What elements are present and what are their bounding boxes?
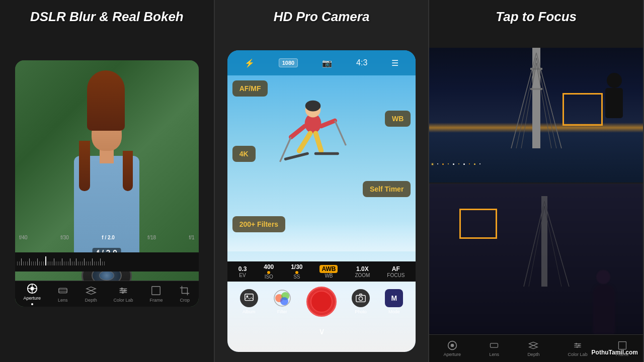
badge-filters: 200+ Filters	[232, 216, 285, 232]
badge-selftimer: Self Timer	[363, 181, 411, 197]
badge-afmf: AF/MF	[232, 80, 268, 97]
nav-colorlab[interactable]: Color Lab	[114, 285, 133, 303]
svg-point-32	[280, 297, 288, 305]
left-bottom-nav: Aperture Lens Depth	[15, 281, 199, 307]
right-bottom-background	[429, 184, 643, 334]
chevron-down-icon[interactable]: ∨	[318, 326, 325, 337]
nav-lens[interactable]: Lens	[57, 285, 68, 303]
svg-point-34	[359, 297, 362, 300]
svg-line-46	[544, 201, 569, 287]
right-bottom-nav: Aperture Lens Depth Color Lab	[429, 334, 643, 362]
svg-rect-15	[152, 287, 160, 295]
svg-line-25	[285, 153, 307, 159]
flash-button[interactable]: ⚡	[245, 58, 255, 68]
svg-line-45	[524, 201, 544, 287]
aspect-ratio[interactable]: 4:3	[356, 58, 367, 67]
album-icon	[240, 289, 258, 307]
right-top-image	[429, 48, 643, 184]
svg-rect-37	[530, 88, 542, 90]
badge-4k: 4K	[232, 146, 256, 162]
focus-box-bottom	[459, 209, 497, 239]
stat-zoom: 1.0X ZOOM	[355, 265, 370, 278]
nav-aperture[interactable]: Aperture	[23, 283, 41, 305]
nav-depth[interactable]: Depth	[85, 285, 97, 303]
camera-switch-button[interactable]: 📷	[322, 58, 332, 68]
camera-buttons-row: Album Filter	[227, 284, 416, 319]
badge-wb: WB	[385, 111, 411, 127]
svg-line-19	[291, 126, 304, 137]
svg-line-23	[299, 133, 310, 151]
right-nav-aperture[interactable]: Aperture	[443, 340, 461, 357]
center-panel: HD Pro Camera ⚡ 1080 📷 4:3 ☰	[215, 0, 430, 362]
stat-iso: 400 ISO	[264, 263, 274, 280]
svg-rect-58	[618, 341, 626, 349]
center-phone-screen: ⚡ 1080 📷 4:3 ☰	[227, 50, 416, 352]
nav-frame[interactable]: Frame	[149, 285, 163, 303]
center-title: HD Pro Camera	[215, 0, 429, 30]
left-phone-screen: f / 2.0 f/40 f/30 f / 2.0 f/18 f/1	[15, 60, 199, 307]
svg-point-50	[450, 343, 454, 347]
mode-icon: M	[385, 289, 403, 307]
right-panel: Tap to Focus	[429, 0, 644, 362]
svg-point-18	[305, 101, 320, 112]
shutter-icon	[306, 287, 337, 317]
right-nav-depth[interactable]: Depth	[527, 340, 539, 357]
aperture-stops: f/40 f/30 f / 2.0 f/18 f/1	[15, 235, 199, 240]
svg-point-57	[577, 346, 578, 347]
right-title: Tap to Focus	[429, 0, 643, 30]
mode-button[interactable]: M Mode	[385, 289, 403, 314]
nav-crop[interactable]: Crop	[179, 285, 190, 303]
active-dot	[31, 303, 33, 305]
left-panel: DSLR Blur & Real Bokeh f / 2.0	[0, 0, 215, 362]
svg-rect-6	[59, 288, 67, 293]
svg-point-14	[122, 291, 124, 294]
right-nav-colorlab[interactable]: Color Lab	[568, 340, 588, 357]
album-button[interactable]: Album	[240, 289, 258, 314]
stat-wb: AWB WB	[319, 265, 338, 279]
svg-rect-51	[491, 343, 498, 347]
camera-top-bar: ⚡ 1080 📷 4:3 ☰	[227, 50, 416, 75]
shutter-button[interactable]	[306, 287, 337, 317]
right-nav-lens[interactable]: Lens	[489, 340, 499, 357]
watermark-text: PothuTamil.com	[592, 349, 638, 356]
svg-line-20	[321, 121, 335, 126]
bridge-bottom-svg	[521, 184, 572, 334]
left-title: DSLR Blur & Real Bokeh	[0, 0, 214, 30]
stat-ss: 1/30 SS	[291, 263, 302, 280]
svg-point-12	[121, 288, 123, 290]
menu-button[interactable]: ☰	[391, 58, 398, 68]
stat-ev: 0.3 EV	[238, 265, 247, 278]
svg-line-24	[315, 133, 321, 151]
focus-box-top	[562, 93, 603, 126]
filter-icon	[273, 289, 291, 307]
city-background	[429, 48, 643, 184]
resolution-badge[interactable]: 1080	[279, 58, 298, 67]
svg-point-55	[576, 343, 577, 344]
camera-stats-bar: 0.3 EV 400 ISO 1/30 SS AWB WB 1.0X ZOOM	[227, 261, 416, 282]
filter-button[interactable]: Filter	[273, 289, 291, 314]
svg-point-56	[578, 344, 580, 346]
stat-focus: AF FOCUS	[387, 265, 405, 278]
photo-button[interactable]: Photo	[352, 289, 370, 314]
ski-jumper-illustration	[268, 90, 358, 211]
svg-line-22	[335, 121, 346, 145]
svg-rect-33	[356, 296, 365, 302]
svg-point-1	[30, 287, 34, 290]
photo-icon	[352, 289, 370, 307]
svg-rect-27	[245, 294, 253, 301]
right-bottom-image	[429, 184, 643, 334]
svg-point-13	[123, 290, 126, 292]
